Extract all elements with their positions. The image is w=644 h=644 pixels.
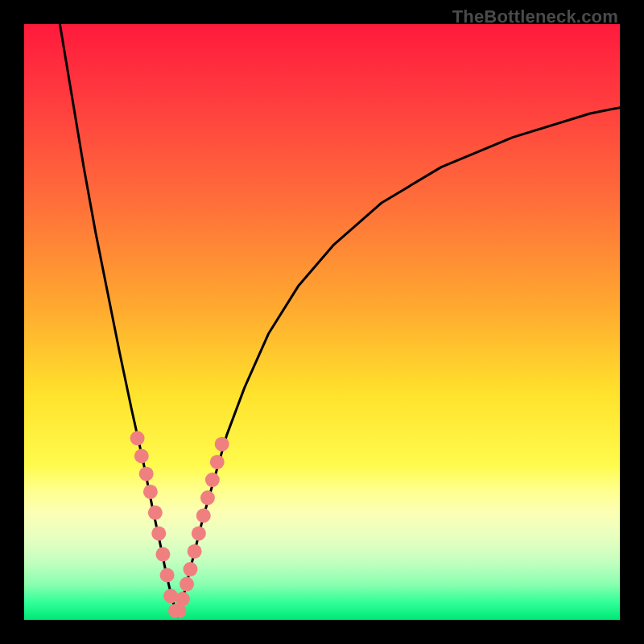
marker-dot bbox=[148, 506, 163, 520]
marker-dot bbox=[196, 509, 211, 523]
marker-dot bbox=[180, 577, 194, 592]
marker-dot bbox=[160, 568, 175, 583]
curve-layer bbox=[24, 24, 620, 620]
marker-dot bbox=[188, 544, 202, 559]
marker-dot bbox=[215, 437, 229, 452]
marker-dot bbox=[183, 562, 197, 576]
marker-dot bbox=[143, 485, 158, 499]
marker-dot bbox=[155, 547, 170, 562]
marker-dot bbox=[200, 490, 215, 505]
marker-dot bbox=[175, 592, 190, 606]
plot-area bbox=[24, 24, 620, 620]
curve-right-branch bbox=[178, 108, 620, 617]
marker-dot bbox=[130, 431, 145, 445]
chart-frame: TheBottleneck.com bbox=[0, 0, 644, 644]
marker-dot bbox=[192, 526, 206, 541]
marker-dot bbox=[134, 449, 149, 464]
marker-dot bbox=[205, 473, 220, 487]
marker-dot bbox=[210, 455, 225, 469]
marker-dot bbox=[139, 467, 154, 481]
marker-dot bbox=[151, 526, 166, 541]
watermark-text: TheBottleneck.com bbox=[452, 6, 618, 27]
